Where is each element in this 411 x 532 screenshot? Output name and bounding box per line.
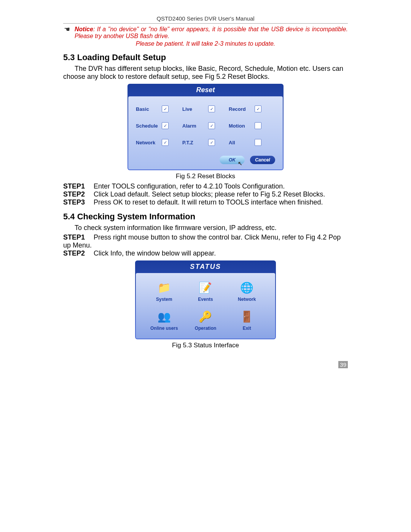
page-number: 39 [338, 361, 348, 368]
operation-icon: 🔑 [199, 310, 212, 323]
pointer-icon: ☚ [64, 25, 70, 34]
ok-button[interactable]: OK↖ [220, 156, 245, 164]
reset-label-ptz: P.T.Z [182, 140, 204, 145]
reset-dialog-title: Reset [128, 85, 283, 96]
checkbox-alarm[interactable]: ✓ [208, 122, 215, 129]
status-dialog-title: STATUS [136, 261, 275, 273]
step1-text: Enter TOOLS configuration, refer to 4.2.… [94, 182, 285, 190]
status-label-online-users: Online users [150, 326, 178, 331]
step2-label: STEP2 [63, 190, 94, 198]
step1-label: STEP1 [63, 182, 94, 190]
reset-label-alarm: Alarm [182, 123, 204, 129]
reset-label-motion: Motion [229, 123, 251, 129]
status-label-system: System [156, 297, 172, 302]
status-item-events[interactable]: 📝 Events [185, 281, 226, 302]
heading-5-3: 5.3 Loading Default Setup [63, 53, 348, 62]
status-item-operation[interactable]: 🔑 Operation [185, 310, 226, 331]
checkbox-motion[interactable] [255, 122, 261, 129]
network-icon: 🌐 [240, 281, 254, 294]
status-item-exit[interactable]: 🚪 Exit [226, 310, 268, 331]
notice-patience: Please be patient. It will take 2-3 minu… [63, 40, 348, 47]
checkbox-record[interactable]: ✓ [255, 105, 261, 112]
reset-label-live: Live [182, 106, 204, 112]
status-label-events: Events [198, 297, 213, 302]
step2b-label: STEP2 [63, 249, 94, 257]
section-5-3-intro: The DVR has different setup blocks, like… [63, 65, 348, 81]
section-5-4-intro: To check system information like firmwar… [63, 224, 348, 232]
exit-icon: 🚪 [240, 310, 254, 323]
notice-text: ☚ Notice: If a "no device" or "no file" … [63, 26, 348, 40]
step3-text: Press OK to reset to default. It will re… [94, 198, 323, 206]
status-item-online-users[interactable]: 👥 Online users [143, 310, 185, 331]
checkbox-schedule[interactable]: ✓ [162, 122, 169, 129]
status-dialog-body: 📁 System 📝 Events 🌐 Network 👥 Online use… [136, 273, 275, 339]
reset-label-record: Record [229, 106, 251, 112]
fig-5-3-caption: Fig 5.3 Status Interface [63, 342, 348, 349]
status-label-operation: Operation [195, 326, 217, 331]
checkbox-network[interactable]: ✓ [162, 139, 169, 146]
status-label-network: Network [238, 297, 256, 302]
step1b-label: STEP1 [63, 233, 94, 241]
status-label-exit: Exit [243, 326, 251, 331]
system-icon: 📁 [157, 281, 171, 294]
reset-label-all: All [229, 140, 251, 145]
document-header: QSTD2400 Series DVR User's Manual [63, 15, 348, 22]
notice-label: Notice [75, 26, 93, 32]
fig-5-2-caption: Fig 5.2 Reset Blocks [63, 173, 348, 180]
reset-label-schedule: Schedule [136, 123, 158, 129]
heading-5-4: 5.4 Checking System Information [63, 212, 348, 222]
step3-label: STEP3 [63, 198, 94, 206]
reset-dialog: Reset Basic✓ Live✓ Record✓ Schedule✓ Ala… [127, 84, 284, 170]
checkbox-all[interactable] [255, 139, 261, 146]
status-item-network[interactable]: 🌐 Network [226, 281, 268, 302]
cancel-button[interactable]: Cancel [250, 156, 275, 164]
step2b-text: Click Info, the window below will appear… [94, 249, 216, 257]
status-dialog: STATUS 📁 System 📝 Events 🌐 Network 👥 Onl… [135, 260, 276, 339]
reset-label-basic: Basic [136, 106, 158, 112]
online-users-icon: 👥 [157, 310, 171, 323]
checkbox-ptz[interactable]: ✓ [208, 139, 215, 146]
reset-label-network: Network [136, 140, 158, 145]
cursor-icon: ↖ [238, 160, 242, 166]
reset-dialog-body: Basic✓ Live✓ Record✓ Schedule✓ Alarm✓ Mo… [128, 96, 283, 169]
notice-body: : If a "no device" or "no file" error ap… [75, 26, 348, 39]
checkbox-live[interactable]: ✓ [208, 105, 215, 112]
status-item-system[interactable]: 📁 System [143, 281, 185, 302]
step1b-text: Press right mouse button to show the con… [63, 233, 341, 249]
page-number-container: 39 [63, 361, 348, 369]
events-icon: 📝 [199, 281, 212, 294]
step2-text: Click Load default. Select setup blocks;… [94, 190, 325, 198]
checkbox-basic[interactable]: ✓ [162, 105, 169, 112]
